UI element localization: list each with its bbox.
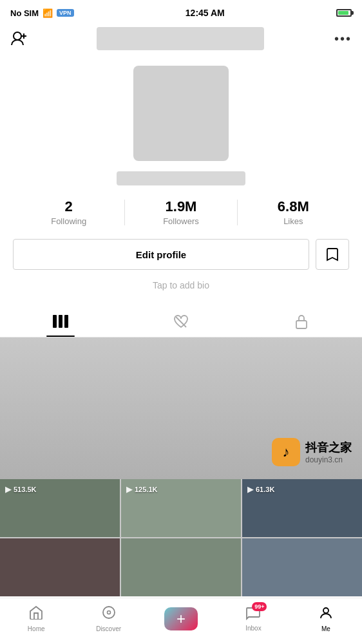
svg-point-10 [323,608,329,613]
play-indicator-3: ▶ 61.3K [247,484,274,494]
view-count-2: 125.1K [135,486,157,493]
nav-me[interactable]: Me [290,605,362,632]
svg-point-8 [103,607,115,618]
tabs-row [0,306,362,337]
following-stat[interactable]: 2 Following [13,198,124,226]
play-indicator-2: ▶ 125.1K [126,484,157,494]
avatar [133,66,229,161]
inbox-badge: 99+ [252,602,267,611]
following-label: Following [51,216,86,226]
video-thumb-2[interactable]: ▶ 125.1K [121,479,241,537]
heart-outline-icon [173,314,189,328]
inbox-wrapper: 99+ [246,606,260,623]
add-user-icon [10,30,27,47]
featured-video[interactable]: ♪ 抖音之家 douyin3.cn [0,337,362,479]
status-left: No SIM 📶 VPN [10,8,74,18]
followers-label: Followers [163,216,199,226]
play-icon-1: ▶ [5,484,12,494]
video-thumb-1[interactable]: ▶ 513.5K [0,479,120,537]
bookmark-button[interactable] [316,239,349,270]
discover-icon [102,605,116,623]
video-thumb-3[interactable]: ▶ 61.3K [242,479,362,537]
tab-private[interactable] [242,306,362,337]
svg-rect-5 [64,315,68,328]
watermark-icon: ♪ [272,438,300,466]
watermark: ♪ 抖音之家 douyin3.cn [272,438,352,466]
home-label: Home [28,625,45,632]
profile-section: 2 Following 1.9M Followers 6.8M Likes Ed… [0,55,362,306]
video-grid-section: ♪ 抖音之家 douyin3.cn ▶ 513.5K ▶ 125.1K ▶ 61… [0,337,362,596]
bio-placeholder[interactable]: Tap to add bio [153,280,209,290]
video-thumb-6[interactable] [242,538,362,596]
me-label: Me [321,625,330,632]
play-icon-3: ▶ [247,484,254,494]
username-bar [117,171,245,185]
carrier-text: No SIM [10,8,39,18]
watermark-sub: douyin3.cn [305,455,352,464]
profile-banner [97,27,264,50]
discover-label: Discover [96,625,121,632]
edit-profile-button[interactable]: Edit profile [13,239,309,270]
video-thumb-4[interactable] [0,538,120,596]
bookmark-icon [326,247,339,261]
likes-stat[interactable]: 6.8M Likes [238,198,349,226]
tab-liked[interactable] [120,306,241,337]
nav-create[interactable]: + [145,607,217,630]
action-row: Edit profile [13,239,349,270]
followers-stat[interactable]: 1.9M Followers [125,198,236,226]
more-button[interactable]: ••• [334,32,352,46]
svg-rect-7 [296,321,307,328]
svg-rect-4 [59,315,62,328]
play-icon-2: ▶ [126,484,133,494]
play-indicator-1: ▶ 513.5K [5,484,36,494]
nav-discover[interactable]: Discover [72,605,144,632]
view-count-3: 61.3K [256,486,274,493]
svg-point-9 [107,611,110,614]
grid-icon [53,315,68,328]
followers-count: 1.9M [166,198,197,215]
status-right [336,9,352,17]
likes-label: Likes [283,216,303,226]
add-user-button[interactable] [10,30,27,47]
wifi-icon: 📶 [43,8,53,18]
watermark-text: 抖音之家 [305,440,352,455]
video-thumbnails: ▶ 513.5K ▶ 125.1K ▶ 61.3K [0,479,362,596]
music-note-icon: ♪ [283,444,290,460]
watermark-info: 抖音之家 douyin3.cn [305,440,352,464]
time-display: 12:45 AM [186,8,225,18]
following-count: 2 [65,198,73,215]
tab-videos[interactable] [0,306,120,337]
top-nav: ••• [0,23,362,55]
svg-point-0 [14,32,21,40]
lock-icon [294,314,309,329]
vpn-badge: VPN [57,9,74,17]
status-bar: No SIM 📶 VPN 12:45 AM [0,0,362,23]
nav-inbox[interactable]: 99+ Inbox [217,606,289,632]
home-icon [28,605,44,623]
battery-icon [336,9,352,17]
nav-home[interactable]: Home [0,605,72,632]
view-count-1: 513.5K [14,486,36,493]
bottom-nav: Home Discover + 99+ Inbox Me [0,598,362,644]
likes-count: 6.8M [278,198,309,215]
svg-rect-3 [53,315,57,328]
inbox-label: Inbox [245,625,261,632]
create-button[interactable]: + [164,607,198,630]
me-icon [319,605,333,623]
stats-row: 2 Following 1.9M Followers 6.8M Likes [13,198,349,226]
video-thumb-5[interactable] [121,538,241,596]
